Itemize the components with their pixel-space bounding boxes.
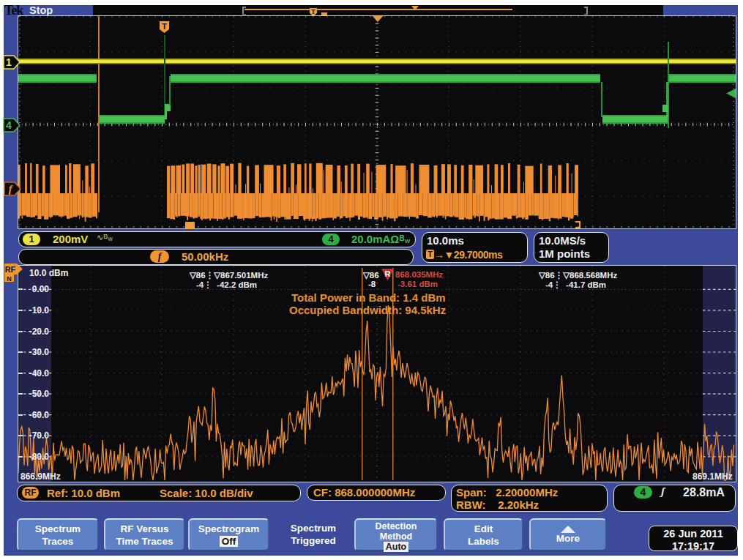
svg-text:RF: RF [5, 265, 16, 274]
svg-text:T: T [311, 8, 316, 15]
svg-text:4: 4 [6, 119, 12, 131]
svg-text:R: R [385, 269, 391, 278]
svg-text:T: T [162, 22, 167, 31]
svg-text:N: N [7, 275, 12, 283]
svg-text:1: 1 [6, 56, 12, 68]
